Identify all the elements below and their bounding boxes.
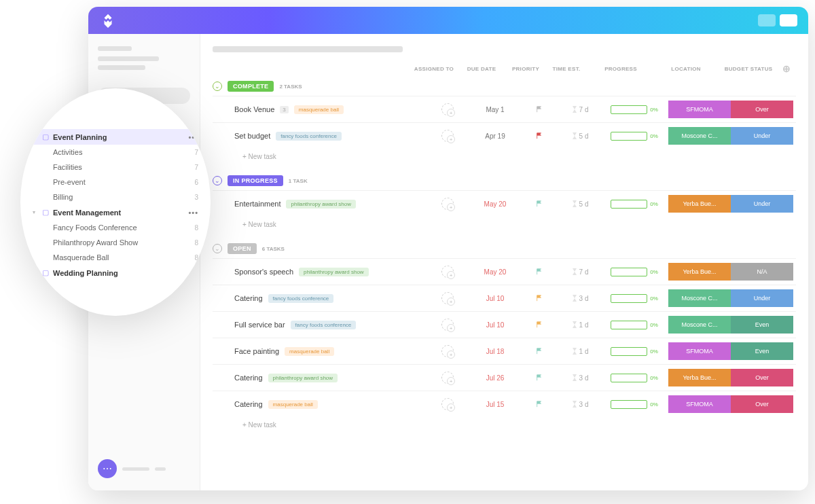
- budget-status-chip[interactable]: Over: [731, 395, 793, 413]
- collapse-icon[interactable]: ⌄: [213, 176, 222, 185]
- location-chip[interactable]: Moscone C...: [668, 127, 731, 145]
- task-row[interactable]: Sponsor's speech philanthropy award show…: [213, 258, 796, 285]
- status-badge[interactable]: IN PROGRESS: [228, 175, 283, 186]
- assignee-add-icon[interactable]: [441, 372, 454, 384]
- time-estimate[interactable]: 3 d: [560, 295, 600, 302]
- assignee-cell[interactable]: [424, 345, 471, 357]
- list-item[interactable]: Philanthropy Award Show8: [46, 235, 205, 250]
- location-chip[interactable]: Yerba Bue...: [668, 369, 731, 386]
- assignee-cell[interactable]: [424, 103, 471, 115]
- assignee-cell[interactable]: [424, 398, 471, 410]
- priority-cell[interactable]: [519, 106, 560, 113]
- assignee-cell[interactable]: [424, 130, 471, 142]
- location-chip[interactable]: SFMOMA: [668, 342, 731, 360]
- topbar-button-1[interactable]: [758, 14, 776, 26]
- assignee-add-icon[interactable]: [441, 130, 454, 142]
- assignee-add-icon[interactable]: [441, 266, 454, 278]
- location-chip[interactable]: Moscone C...: [668, 316, 731, 334]
- budget-status-chip[interactable]: Even: [731, 342, 793, 360]
- task-name[interactable]: Entertainment: [234, 200, 280, 208]
- list-item[interactable]: Billing3: [46, 190, 205, 204]
- progress-cell[interactable]: 0%: [600, 294, 668, 303]
- priority-cell[interactable]: [519, 401, 560, 408]
- budget-status-chip[interactable]: Even: [731, 316, 793, 334]
- location-chip[interactable]: SFMOMA: [668, 395, 731, 413]
- task-name[interactable]: Catering: [234, 294, 263, 302]
- folder-row[interactable]: ▸ ▢ Wedding Planning: [26, 265, 205, 281]
- task-tag[interactable]: fancy foods conference: [276, 132, 342, 141]
- task-tag[interactable]: masquerade ball: [268, 400, 318, 409]
- task-row[interactable]: Set budget fancy foods conference Apr 19…: [213, 122, 796, 149]
- time-estimate[interactable]: 5 d: [560, 200, 600, 208]
- topbar-button-2[interactable]: [780, 14, 797, 26]
- task-tag[interactable]: philanthropy award show: [299, 268, 369, 276]
- location-chip[interactable]: Yerba Bue...: [668, 263, 731, 281]
- list-item[interactable]: Fancy Foods Conference8: [46, 220, 205, 235]
- task-name[interactable]: Face painting: [234, 347, 279, 355]
- col-due[interactable]: DUE DATE: [458, 66, 505, 72]
- list-item[interactable]: Pre-event6: [46, 175, 205, 190]
- task-row[interactable]: Face painting masquerade ball Jul 18 1 d…: [213, 338, 796, 364]
- assignee-cell[interactable]: [424, 319, 471, 331]
- assignee-cell[interactable]: [424, 266, 471, 278]
- assignee-add-icon[interactable]: [441, 292, 454, 304]
- progress-cell[interactable]: 0%: [600, 347, 668, 356]
- task-tag[interactable]: philanthropy award show: [268, 374, 338, 382]
- col-location[interactable]: LOCATION: [655, 66, 717, 72]
- task-name[interactable]: Full service bar: [234, 321, 285, 329]
- task-name[interactable]: Catering: [234, 400, 263, 408]
- location-chip[interactable]: Yerba Bue...: [668, 195, 731, 213]
- due-date[interactable]: Apr 19: [471, 132, 519, 140]
- assignee-cell[interactable]: [424, 372, 471, 384]
- task-row[interactable]: Full service bar fancy foods conference …: [213, 311, 796, 338]
- new-task-button[interactable]: + New task: [213, 149, 796, 163]
- task-name[interactable]: Book Venue: [234, 105, 274, 113]
- task-tag[interactable]: philanthropy award show: [286, 200, 356, 209]
- task-tag[interactable]: masquerade ball: [285, 347, 334, 356]
- assignee-add-icon[interactable]: [441, 398, 454, 410]
- status-badge[interactable]: COMPLETE: [228, 81, 274, 92]
- time-estimate[interactable]: 3 d: [560, 374, 600, 382]
- new-task-button[interactable]: + New task: [213, 417, 796, 431]
- task-tag[interactable]: fancy foods conference: [291, 321, 357, 329]
- time-estimate[interactable]: 7 d: [560, 106, 600, 113]
- task-name[interactable]: Catering: [234, 374, 263, 382]
- collapse-icon[interactable]: ⌄: [213, 82, 222, 91]
- assignee-cell[interactable]: [424, 198, 471, 210]
- due-date[interactable]: May 20: [471, 200, 519, 208]
- budget-status-chip[interactable]: Under: [731, 289, 793, 307]
- folder-row[interactable]: ▾ ▢ Event Planning •••: [26, 129, 205, 145]
- task-name[interactable]: Sponsor's speech: [234, 268, 293, 276]
- list-item[interactable]: Activities7: [46, 145, 205, 160]
- time-estimate[interactable]: 1 d: [560, 348, 600, 355]
- due-date[interactable]: Jul 18: [471, 348, 519, 355]
- progress-cell[interactable]: 0%: [600, 400, 668, 409]
- col-progress[interactable]: PROGRESS: [587, 66, 655, 72]
- status-badge[interactable]: OPEN: [228, 243, 257, 254]
- subtask-count[interactable]: 3: [280, 106, 288, 113]
- time-estimate[interactable]: 3 d: [560, 401, 600, 408]
- progress-cell[interactable]: 0%: [600, 374, 668, 382]
- progress-cell[interactable]: 0%: [600, 105, 668, 114]
- col-priority[interactable]: PRIORITY: [505, 66, 546, 72]
- assignee-add-icon[interactable]: [441, 198, 454, 210]
- budget-status-chip[interactable]: Over: [731, 101, 793, 118]
- task-row[interactable]: Catering fancy foods conference Jul 10 3…: [213, 285, 796, 311]
- chevron-icon[interactable]: ▾: [33, 134, 38, 140]
- priority-cell[interactable]: [519, 348, 560, 355]
- priority-cell[interactable]: [519, 200, 560, 207]
- folder-menu-icon[interactable]: •••: [188, 209, 198, 217]
- priority-cell[interactable]: [519, 295, 560, 302]
- due-date[interactable]: Jul 10: [471, 295, 519, 302]
- col-budget[interactable]: BUDGET STATUS: [717, 66, 780, 72]
- assignee-add-icon[interactable]: [441, 319, 454, 331]
- chat-launcher[interactable]: ⋯: [98, 459, 190, 478]
- task-tag[interactable]: masquerade ball: [294, 105, 344, 114]
- list-item[interactable]: Masquerade Ball8: [46, 250, 205, 265]
- folder-row[interactable]: ▾ ▢ Event Management •••: [26, 204, 205, 220]
- task-row[interactable]: Catering philanthropy award show Jul 26 …: [213, 364, 796, 391]
- due-date[interactable]: Jul 10: [471, 321, 519, 329]
- group-header[interactable]: ⌄ COMPLETE 2 TASKS: [213, 78, 796, 96]
- assignee-add-icon[interactable]: [441, 345, 454, 357]
- task-row[interactable]: Book Venue 3 masquerade ball May 1 7 d 0…: [213, 96, 796, 122]
